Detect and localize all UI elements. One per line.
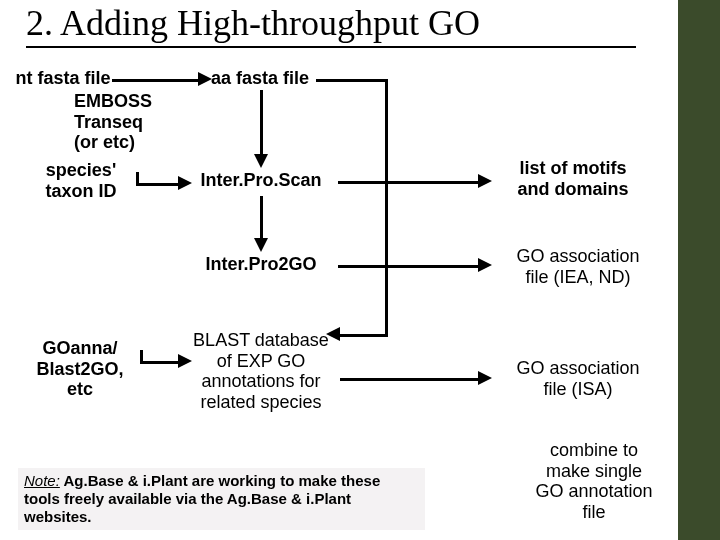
arrowhead-interpro2go-to-ga-iea [478,258,492,272]
node-ga-iea: GO associationfile (IEA, ND) [498,246,658,287]
node-motifs: list of motifsand domains [498,158,648,199]
arrow-aa-to-interproscan [260,90,263,154]
node-interpro2go: Inter.Pro2GO [186,254,336,275]
node-taxon: species'taxon ID [36,160,126,201]
arrowhead-interproscan-to-interpro2go [254,238,268,252]
arrowhead-nt-to-aa [198,72,212,86]
arrow-aa-right-h1 [316,79,388,82]
node-blast-db: BLAST databaseof EXP GOannotations forre… [186,330,336,413]
arrow-interproscan-to-interpro2go [260,196,263,238]
node-nt-fasta: nt fasta file [8,68,118,89]
node-combine: combine tomake singleGO annotationfile [524,440,664,523]
arrow-nt-to-aa [112,79,198,82]
arrowhead-taxon-to-interproscan [178,176,192,190]
arrow-aa-right-h2 [338,334,388,337]
arrow-taxon-elbow-h [136,183,178,186]
node-aa-fasta: aa fasta file [205,68,315,89]
arrow-interproscan-to-motifs [338,181,478,184]
arrow-blast-to-ga-isa [340,378,478,381]
accent-stripe [678,0,720,540]
footnote: Note: Ag.Base & i.Plant are working to m… [18,468,425,530]
node-interproscan: Inter.Pro.Scan [186,170,336,191]
footnote-body: Ag.Base & i.Plant are working to make th… [24,472,380,525]
node-ga-isa: GO associationfile (ISA) [498,358,658,399]
arrowhead-aa-to-interproscan [254,154,268,168]
arrowhead-blast-to-ga-isa [478,371,492,385]
slide-title: 2. Adding High-throughput GO [26,2,636,48]
footnote-lead: Note: [24,472,60,489]
arrow-aa-right-v [385,79,388,337]
node-goanna: GOanna/Blast2GO,etc [30,338,130,400]
arrow-goanna-elbow-h [140,361,178,364]
node-emboss: EMBOSS Transeq(or etc) [74,91,224,153]
arrowhead-goanna-to-blast [178,354,192,368]
arrowhead-interproscan-to-motifs [478,174,492,188]
arrow-interpro2go-to-ga-iea [338,265,478,268]
